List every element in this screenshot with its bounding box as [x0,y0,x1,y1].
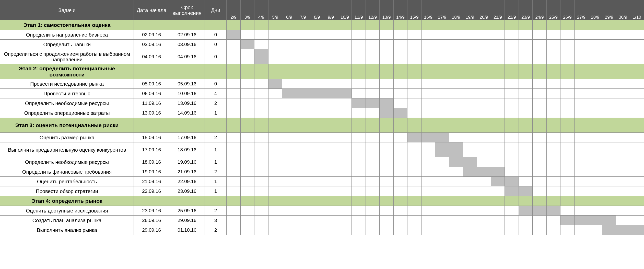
gantt-cell[interactable] [491,167,505,177]
gantt-cell[interactable] [435,108,449,118]
gantt-cell[interactable] [227,89,240,98]
gantt-cell[interactable] [463,133,477,142]
gantt-cell[interactable] [393,64,407,79]
gantt-cell[interactable] [240,79,254,89]
gantt-cell[interactable] [324,40,338,49]
task-row[interactable]: Провести обзор стратегии22.09.1623.09.16… [0,186,644,196]
gantt-cell[interactable] [449,167,463,177]
gantt-cell[interactable] [519,89,532,98]
gantt-cell[interactable] [574,216,588,225]
gantt-cell[interactable] [338,98,352,108]
task-row[interactable]: Выполнить предварительную оценку конкуре… [0,142,644,157]
gantt-cell[interactable] [630,157,644,167]
gantt-cell[interactable] [310,142,324,157]
gantt-cell[interactable] [630,98,644,108]
gantt-cell[interactable] [352,40,366,49]
gantt-cell[interactable] [602,186,616,196]
gantt-cell[interactable] [435,177,449,186]
gantt-cell[interactable] [560,186,574,196]
gantt-cell[interactable] [435,20,449,30]
gantt-cell[interactable] [574,196,588,206]
gantt-cell[interactable] [602,177,616,186]
gantt-cell[interactable] [366,40,379,49]
gantt-cell[interactable] [393,108,407,118]
gantt-cell[interactable] [240,167,254,177]
task-label[interactable]: Оценить доступные исследования [0,206,134,216]
days-cell[interactable]: 3 [205,216,226,225]
gantt-cell[interactable] [505,49,519,64]
gantt-cell[interactable] [435,206,449,216]
gantt-cell[interactable] [282,216,296,225]
task-row[interactable]: Провести исследование рынка05.09.1605.09… [0,79,644,89]
gantt-cell[interactable] [588,20,602,30]
task-label[interactable]: Определить навыки [0,40,134,49]
gantt-cell[interactable] [435,98,449,108]
gantt-cell[interactable] [574,49,588,64]
gantt-cell[interactable] [227,49,240,64]
gantt-cell[interactable] [616,30,630,40]
gantt-cell[interactable] [366,79,379,89]
gantt-cell[interactable] [240,186,254,196]
gantt-cell[interactable] [574,177,588,186]
gantt-cell[interactable] [602,167,616,177]
gantt-cell[interactable] [407,206,421,216]
gantt-cell[interactable] [560,118,574,133]
gantt-cell[interactable] [560,89,574,98]
task-label[interactable]: Определить необходимые ресурсы [0,157,134,167]
gantt-cell[interactable] [574,30,588,40]
task-label[interactable]: Определить финансовые требования [0,167,134,177]
gantt-cell[interactable] [519,20,532,30]
gantt-cell[interactable] [324,20,338,30]
gantt-cell[interactable] [380,186,393,196]
gantt-cell[interactable] [602,20,616,30]
gantt-cell[interactable] [505,40,519,49]
gantt-cell[interactable] [324,133,338,142]
gantt-cell[interactable] [463,40,477,49]
gantt-cell[interactable] [240,89,254,98]
due-date-cell[interactable]: 13.09.16 [169,98,205,108]
gantt-cell[interactable] [310,186,324,196]
days-cell[interactable]: 2 [205,98,226,108]
start-date-cell[interactable] [134,118,169,133]
gantt-cell[interactable] [616,20,630,30]
gantt-cell[interactable] [463,20,477,30]
gantt-cell[interactable] [477,196,491,206]
gantt-cell[interactable] [463,225,477,235]
task-row[interactable]: Определить операционные затраты13.09.161… [0,108,644,118]
gantt-cell[interactable] [240,118,254,133]
gantt-cell[interactable] [519,167,532,177]
gantt-cell[interactable] [630,142,644,157]
gantt-cell[interactable] [240,108,254,118]
gantt-cell[interactable] [602,216,616,225]
gantt-cell[interactable] [296,196,310,206]
gantt-cell[interactable] [338,20,352,30]
days-cell[interactable]: 0 [205,30,226,40]
gantt-cell[interactable] [324,142,338,157]
start-date-cell[interactable]: 23.09.16 [134,206,169,216]
gantt-cell[interactable] [227,118,240,133]
gantt-cell[interactable] [407,89,421,98]
gantt-cell[interactable] [491,40,505,49]
gantt-cell[interactable] [310,49,324,64]
gantt-cell[interactable] [421,206,435,216]
days-cell[interactable]: 2 [205,225,226,235]
start-date-cell[interactable]: 18.09.16 [134,157,169,167]
gantt-cell[interactable] [407,157,421,167]
gantt-cell[interactable] [602,30,616,40]
gantt-cell[interactable] [491,89,505,98]
days-cell[interactable]: 1 [205,186,226,196]
start-date-cell[interactable]: 22.09.16 [134,186,169,196]
gantt-cell[interactable] [310,89,324,98]
gantt-cell[interactable] [296,20,310,30]
gantt-cell[interactable] [533,49,546,64]
gantt-cell[interactable] [407,79,421,89]
gantt-cell[interactable] [268,64,282,79]
gantt-cell[interactable] [421,108,435,118]
gantt-cell[interactable] [324,157,338,167]
gantt-cell[interactable] [602,108,616,118]
gantt-cell[interactable] [560,133,574,142]
gantt-cell[interactable] [421,177,435,186]
task-row[interactable]: Определить навыки03.09.1603.09.160 [0,40,644,49]
gantt-cell[interactable] [546,89,560,98]
days-cell[interactable]: 2 [205,133,226,142]
